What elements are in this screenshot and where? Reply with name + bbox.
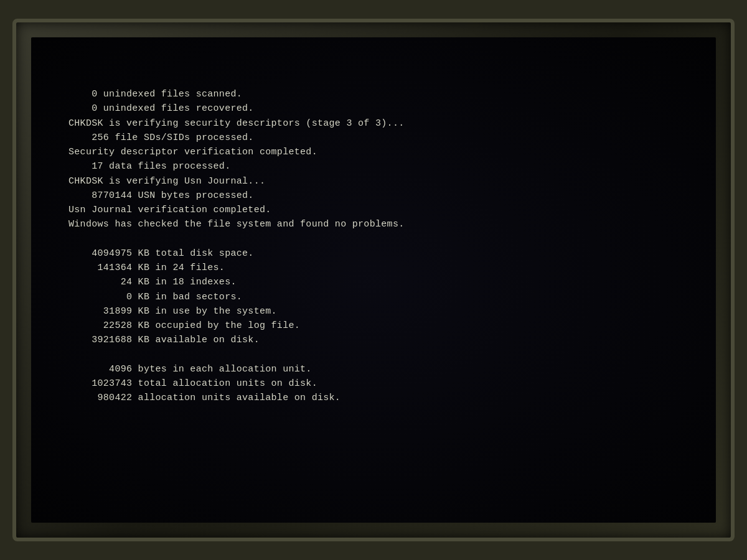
monitor-bezel: 0 unindexed files scanned. 0 unindexed f… — [12, 19, 735, 541]
terminal-output: 0 unindexed files scanned. 0 unindexed f… — [68, 87, 405, 406]
screen: 0 unindexed files scanned. 0 unindexed f… — [31, 37, 716, 523]
